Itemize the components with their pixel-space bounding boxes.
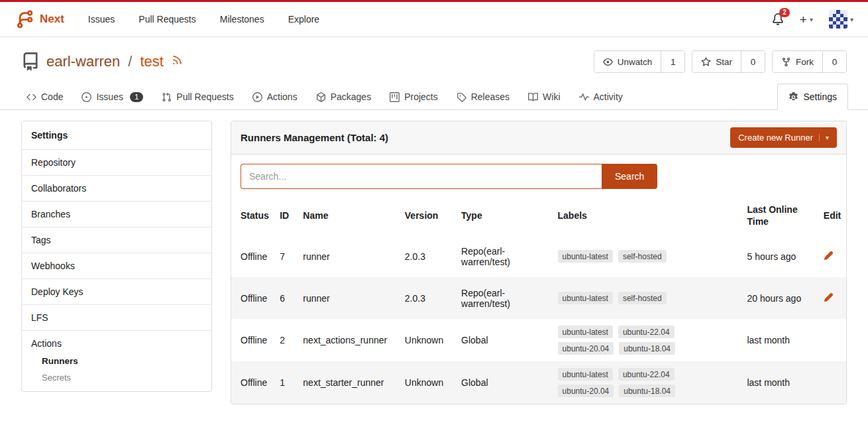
notification-badge: 2 bbox=[779, 8, 790, 17]
tab-label: Projects bbox=[404, 91, 438, 102]
runners-table: Status ID Name Version Type Labels Last … bbox=[231, 194, 846, 404]
col-id-header: ID bbox=[276, 194, 299, 235]
runner-name: runner bbox=[299, 235, 400, 277]
star-count[interactable]: 0 bbox=[741, 51, 765, 72]
star-button[interactable]: Star bbox=[692, 51, 741, 72]
sidebar-item-webhooks[interactable]: Webhooks bbox=[22, 253, 211, 278]
sidebar-subitem-secrets[interactable]: Secrets bbox=[22, 369, 211, 386]
user-menu[interactable]: ▾ bbox=[829, 10, 853, 29]
code-icon bbox=[27, 92, 36, 102]
pulse-icon bbox=[579, 92, 589, 102]
tag-icon bbox=[457, 92, 466, 102]
sidebar-item-lfs[interactable]: LFS bbox=[22, 304, 211, 330]
search-button[interactable]: Search bbox=[602, 164, 657, 189]
runner-id: 7 bbox=[276, 235, 299, 277]
avatar bbox=[829, 10, 847, 29]
navbar-link-pull-requests[interactable]: Pull Requests bbox=[127, 7, 207, 31]
tab-label: Packages bbox=[331, 91, 371, 102]
sidebar-item-collaborators[interactable]: Collaborators bbox=[22, 175, 211, 201]
sidebar-item-actions[interactable]: Actions bbox=[22, 331, 211, 353]
create-runner-button[interactable]: Create new Runner ▾ bbox=[730, 127, 837, 148]
runner-label-chip: ubuntu-latest bbox=[558, 292, 613, 304]
search-input[interactable] bbox=[241, 164, 602, 189]
plus-icon: + bbox=[800, 13, 807, 26]
sidebar-item-tags[interactable]: Tags bbox=[22, 227, 211, 253]
watch-count[interactable]: 1 bbox=[661, 51, 684, 72]
repo-icon bbox=[21, 52, 40, 71]
project-icon bbox=[390, 92, 400, 102]
tab-issues[interactable]: Issues 1 bbox=[75, 84, 150, 109]
runner-last-online: last month bbox=[743, 319, 819, 361]
runner-status: Offline bbox=[231, 361, 276, 404]
col-edit-header: Edit bbox=[820, 194, 846, 235]
runner-name: runner bbox=[299, 277, 400, 319]
tab-releases[interactable]: Releases bbox=[450, 84, 516, 109]
runner-row: Offline6runner2.0.3Repo(earl-warren/test… bbox=[231, 277, 846, 319]
sidebar-item-branches[interactable]: Branches bbox=[22, 201, 211, 227]
tab-label: Wiki bbox=[543, 91, 560, 102]
tab-actions[interactable]: Actions bbox=[246, 84, 304, 109]
navbar-link-explore[interactable]: Explore bbox=[276, 7, 331, 31]
pencil-icon bbox=[824, 251, 834, 261]
tab-pull-requests[interactable]: Pull Requests bbox=[155, 84, 240, 109]
repo-owner-link[interactable]: earl-warren bbox=[46, 53, 120, 70]
tab-packages[interactable]: Packages bbox=[309, 84, 378, 109]
runners-panel: Runners Management (Total: 4) Create new… bbox=[231, 121, 847, 404]
repo-title: earl-warren / test bbox=[21, 52, 183, 71]
main-content: Settings Repository Collaborators Branch… bbox=[0, 110, 868, 404]
tab-label: Issues bbox=[96, 91, 123, 102]
runner-id: 6 bbox=[276, 277, 299, 319]
col-status-header: Status bbox=[231, 194, 276, 235]
watch-button-group: Unwatch 1 bbox=[594, 50, 686, 73]
runner-id: 2 bbox=[276, 319, 299, 361]
edit-runner-button[interactable] bbox=[824, 251, 834, 261]
col-type-header: Type bbox=[457, 194, 553, 235]
runner-row: Offline1next_starter_runnerUnknownGlobal… bbox=[231, 361, 846, 404]
tab-code[interactable]: Code bbox=[20, 84, 70, 109]
sidebar-group-actions: Actions Runners Secrets bbox=[22, 330, 211, 391]
rss-feed-icon[interactable] bbox=[172, 54, 183, 66]
fork-button[interactable]: Fork bbox=[773, 51, 822, 72]
sidebar-item-repository[interactable]: Repository bbox=[22, 149, 211, 175]
caret-down-icon: ▾ bbox=[810, 16, 813, 23]
caret-down-icon: ▾ bbox=[850, 16, 853, 23]
runner-labels: ubuntu-latestubuntu-22.04ubuntu-20.04ubu… bbox=[558, 326, 677, 355]
home-logo-link[interactable]: Next bbox=[15, 9, 64, 29]
settings-sidebar: Settings Repository Collaborators Branch… bbox=[21, 121, 212, 392]
runners-panel-body: Search Status ID Name Version Type Label… bbox=[231, 164, 846, 404]
create-runner-label: Create new Runner bbox=[738, 133, 813, 143]
tab-wiki[interactable]: Wiki bbox=[521, 84, 567, 109]
runner-type: Global bbox=[457, 361, 553, 404]
unwatch-label: Unwatch bbox=[618, 57, 653, 67]
runner-edit-cell bbox=[820, 319, 846, 361]
tab-activity[interactable]: Activity bbox=[572, 84, 629, 109]
navbar-right: 2 + ▾ ▾ bbox=[772, 10, 853, 29]
runner-row: Offline7runner2.0.3Repo(earl-warren/test… bbox=[231, 235, 846, 277]
runner-version: Unknown bbox=[401, 361, 457, 404]
tab-label: Settings bbox=[803, 91, 837, 102]
runner-labels: ubuntu-latestself-hosted bbox=[558, 250, 677, 263]
tab-settings[interactable]: Settings bbox=[777, 84, 848, 110]
repo-action-buttons: Unwatch 1 Star 0 Fork 0 bbox=[594, 50, 847, 73]
col-labels-header: Labels bbox=[554, 194, 743, 235]
col-last-online-header: Last Online Time bbox=[743, 194, 819, 235]
unwatch-button[interactable]: Unwatch bbox=[594, 51, 661, 72]
navbar-link-issues[interactable]: Issues bbox=[76, 7, 127, 31]
runner-label-chip: ubuntu-18.04 bbox=[619, 342, 675, 355]
sidebar-subitem-runners[interactable]: Runners bbox=[22, 353, 211, 369]
caret-down-icon: ▾ bbox=[819, 134, 829, 141]
repo-header: earl-warren / test Unwatch 1 Star 0 bbox=[0, 37, 868, 80]
tab-label: Actions bbox=[267, 91, 298, 102]
tab-label: Code bbox=[41, 91, 63, 102]
repo-name-link[interactable]: test bbox=[140, 53, 163, 70]
fork-count[interactable]: 0 bbox=[822, 51, 846, 72]
edit-runner-button[interactable] bbox=[824, 292, 834, 302]
tab-label: Pull Requests bbox=[176, 91, 233, 102]
navbar-link-milestones[interactable]: Milestones bbox=[208, 7, 276, 31]
create-new-dropdown[interactable]: + ▾ bbox=[800, 13, 813, 26]
sidebar-item-deploy-keys[interactable]: Deploy Keys bbox=[22, 278, 211, 304]
notifications-button[interactable]: 2 bbox=[772, 13, 784, 25]
tab-projects[interactable]: Projects bbox=[383, 84, 445, 109]
tab-label: Releases bbox=[471, 91, 510, 102]
runner-last-online: 5 hours ago bbox=[743, 235, 819, 277]
